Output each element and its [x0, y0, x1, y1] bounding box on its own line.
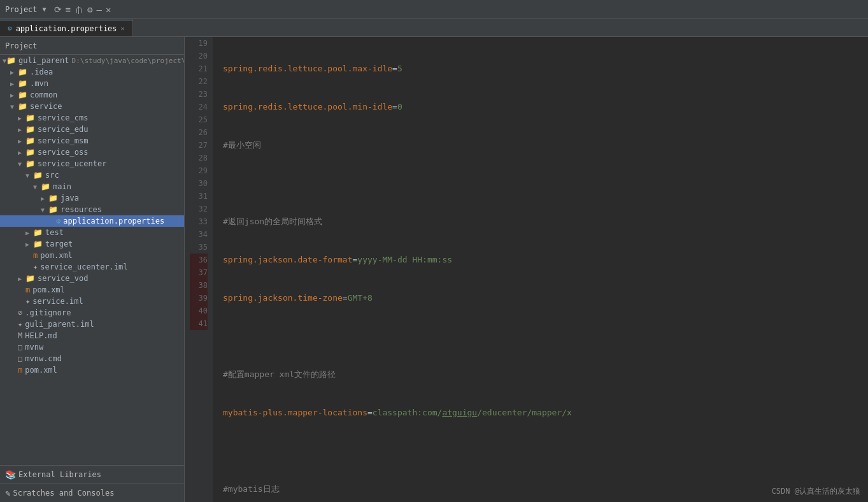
tree-item-service-iml[interactable]: ✦ service.iml: [0, 296, 184, 307]
root-label: guli_parent: [18, 56, 69, 65]
project-label: Project ▼: [5, 5, 46, 14]
tree-root[interactable]: ▼ 📁 guli_parent D:\study\java\code\proje…: [0, 55, 184, 66]
sidebar-title: Project: [5, 41, 38, 50]
gitignore-file-icon: ⊘: [18, 308, 22, 317]
sidebar: Project ▼ 📁 guli_parent D:\study\java\co…: [0, 37, 185, 502]
props-file-icon: ⚙: [56, 217, 60, 226]
iml-file-icon: ✦: [33, 262, 38, 271]
tree-item-idea[interactable]: ▶ 📁 .idea: [0, 66, 184, 78]
tree-item-service-ucenter-iml[interactable]: ✦ service_ucenter.iml: [0, 261, 184, 273]
item-label: service_edu: [38, 125, 88, 134]
tree-item-help-md[interactable]: M HELP.md: [0, 330, 184, 341]
editor-content[interactable]: 19 20 21 22 23 24 25 26 27 28 29 30 31 3…: [185, 37, 868, 502]
item-label: src: [45, 171, 59, 180]
scratches-and-consoles[interactable]: ✎ Scratches and Consoles: [0, 484, 184, 502]
tree-item-pom-root[interactable]: m pom.xml: [0, 364, 184, 376]
file-icon: □: [18, 354, 22, 363]
tab-application-properties[interactable]: ⚙ application.properties ✕: [0, 20, 133, 36]
tab-close-button[interactable]: ✕: [121, 25, 125, 32]
code-line-27: #配置mapper xml文件的路径: [223, 368, 858, 381]
folder-icon: 📁: [25, 159, 35, 168]
code-line-26: [223, 330, 858, 343]
item-label: resources: [60, 205, 102, 214]
tree-item-mvnw-cmd[interactable]: □ mvnw.cmd: [0, 353, 184, 364]
code-line-23: #返回json的全局时间格式: [223, 215, 858, 228]
file-icon: □: [18, 343, 22, 352]
toolbar-icons: ⟳ ≡ ⫛ ⚙ — ✕: [54, 4, 111, 15]
xml-file-icon: m: [25, 285, 30, 294]
item-label: application.properties: [63, 217, 164, 226]
tab-file-icon: ⚙: [8, 24, 12, 32]
tree-item-target[interactable]: ▶ 📁 target: [0, 238, 184, 250]
arrow-icon: ▶: [25, 241, 33, 248]
tree-item-service-ucenter[interactable]: ▼ 📁 service_ucenter: [0, 158, 184, 169]
arrow-icon: ▶: [10, 80, 18, 87]
code-line-30: #mybatis日志: [223, 483, 858, 496]
item-label: guli_parent.iml: [25, 320, 94, 329]
minimize-icon[interactable]: —: [96, 4, 101, 15]
arrow-icon: ▶: [18, 149, 25, 156]
folder-icon: 📁: [41, 182, 50, 191]
item-label: pom.xml: [40, 251, 73, 260]
folder-icon: 📁: [33, 240, 43, 248]
folder-icon: 📁: [18, 90, 27, 99]
tree-item-service-oss[interactable]: ▶ 📁 service_oss: [0, 147, 184, 158]
settings-icon[interactable]: ⚙: [87, 4, 92, 15]
code-editor[interactable]: spring.redis.lettuce.pool.max-idle=5 spr…: [213, 37, 868, 502]
code-line-21: #最小空闲: [223, 139, 858, 152]
arrow-icon: ▶: [10, 92, 18, 99]
tree-item-mvnw[interactable]: □ mvnw: [0, 341, 184, 353]
tree-item-test[interactable]: ▶ 📁 test: [0, 227, 184, 238]
arrow-icon: ▶: [25, 229, 33, 236]
external-lib-icon: 📚: [5, 470, 16, 480]
tree-item-resources[interactable]: ▼ 📁 resources: [0, 204, 184, 215]
dropdown-icon[interactable]: ▼: [43, 6, 46, 13]
tree-item-service-edu[interactable]: ▶ 📁 service_edu: [0, 124, 184, 135]
item-label: mvnw: [25, 343, 43, 352]
tree-item-gitignore[interactable]: ⊘ .gitignore: [0, 307, 184, 319]
external-libraries[interactable]: 📚 External Libraries: [0, 465, 184, 484]
tree-item-pom-service[interactable]: m pom.xml: [0, 284, 184, 296]
code-line-19: spring.redis.lettuce.pool.max-idle=5: [223, 62, 858, 75]
folder-icon: 📁: [25, 274, 35, 283]
arrow-icon: ▶: [41, 195, 48, 202]
md-file-icon: M: [18, 331, 22, 340]
arrow-icon: ▼: [18, 161, 25, 168]
tree-item-application-props[interactable]: ⚙ application.properties: [0, 215, 184, 227]
tree-item-src[interactable]: ▼ 📁 src: [0, 169, 184, 181]
item-label: test: [45, 228, 64, 237]
tree-item-main[interactable]: ▼ 📁 main: [0, 181, 184, 192]
tree-item-mvn[interactable]: ▶ 📁 .mvn: [0, 78, 184, 89]
item-label: HELP.md: [25, 331, 57, 340]
external-libraries-label: External Libraries: [18, 470, 101, 479]
tree-item-service-vod[interactable]: ▶ 📁 service_vod: [0, 273, 184, 284]
tree-item-java[interactable]: ▶ 📁 java: [0, 192, 184, 204]
tree-item-service[interactable]: ▼ 📁 service: [0, 101, 184, 112]
sync-icon[interactable]: ⟳: [54, 4, 62, 15]
item-label: .idea: [30, 68, 53, 76]
iml-file-icon: ✦: [18, 320, 22, 329]
list-icon[interactable]: ≡: [66, 4, 71, 15]
tree-item-service-cms[interactable]: ▶ 📁 service_cms: [0, 112, 184, 124]
folder-icon: 📁: [25, 113, 35, 122]
watermark: CSDN @认真生活的灰太狼: [772, 486, 860, 497]
project-title: Project: [5, 5, 38, 14]
split-icon[interactable]: ⫛: [75, 4, 83, 15]
title-bar: Project ▼ ⟳ ≡ ⫛ ⚙ — ✕: [0, 0, 868, 19]
tree-item-pom-ucenter[interactable]: m pom.xml: [0, 250, 184, 261]
folder-icon: 📁: [18, 102, 27, 111]
item-label: target: [45, 240, 73, 248]
arrow-icon: ▼: [33, 183, 41, 190]
folder-icon: 📁: [48, 205, 58, 214]
tree-item-service-msm[interactable]: ▶ 📁 service_msm: [0, 135, 184, 147]
scratches-label: Scratches and Consoles: [13, 489, 114, 498]
item-label: service_cms: [38, 113, 88, 122]
close-icon[interactable]: ✕: [106, 4, 111, 15]
item-label: service_ucenter: [38, 159, 106, 168]
item-label: service.iml: [32, 297, 83, 306]
main-content: Project ▼ 📁 guli_parent D:\study\java\co…: [0, 37, 868, 502]
folder-icon: 📁: [33, 171, 43, 180]
tree-item-common[interactable]: ▶ 📁 common: [0, 89, 184, 101]
root-path: D:\study\java\code\project\guli_p: [72, 57, 184, 65]
tree-item-guli-parent-iml[interactable]: ✦ guli_parent.iml: [0, 319, 184, 330]
